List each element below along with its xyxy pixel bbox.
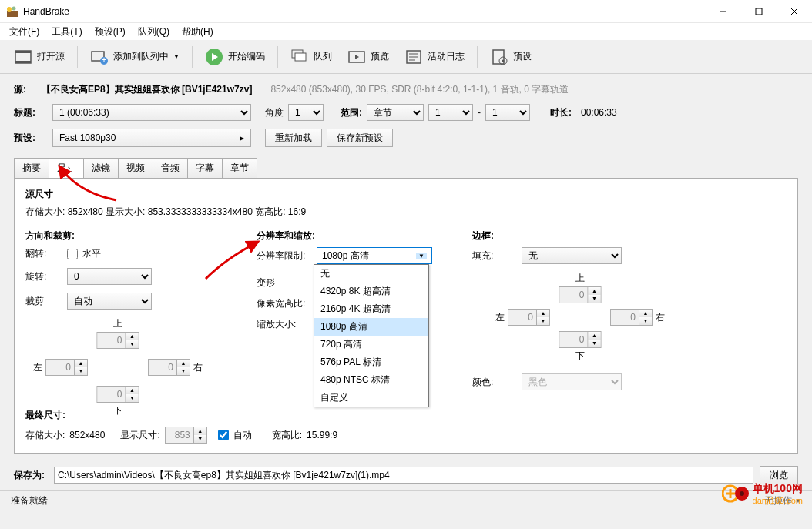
start-encode-button[interactable]: 开始编码 xyxy=(199,45,271,69)
menu-help[interactable]: 帮助(H) xyxy=(176,24,220,40)
angle-select[interactable]: 1 xyxy=(288,104,324,121)
res-limit-select[interactable]: 1080p 高清 ▼ xyxy=(317,247,432,264)
final-ar-label: 宽高比: xyxy=(272,429,302,442)
pad-right[interactable]: ▲▼ xyxy=(610,309,653,326)
source-name: 【不良女高EP8】其实姐姐喜欢你 [BV1jE421w7zv] xyxy=(42,83,252,96)
reload-preset-button[interactable]: 重新加载 xyxy=(265,129,322,147)
svg-rect-9 xyxy=(15,61,31,63)
crop-left[interactable]: ▲▼ xyxy=(45,359,88,376)
svg-marker-18 xyxy=(355,55,359,59)
crop-top[interactable]: ▲▼ xyxy=(97,332,139,349)
crop-right[interactable]: ▲▼ xyxy=(148,359,190,376)
menu-queue[interactable]: 队列(Q) xyxy=(132,24,176,40)
svg-point-32 xyxy=(740,491,744,496)
flip-h-checkbox[interactable] xyxy=(67,249,78,259)
add-queue-icon: + xyxy=(90,49,109,65)
watermark-icon xyxy=(722,480,750,507)
dimensions-panel: 源尺寸 存储大小: 852x480 显示大小: 853.333333333333… xyxy=(14,178,798,454)
flip-h-label: 水平 xyxy=(82,247,101,260)
play-icon xyxy=(205,48,223,66)
dd-1080p[interactable]: 1080p 高清 xyxy=(314,318,428,336)
add-queue-button[interactable]: + 添加到队列中 ▼ xyxy=(84,45,186,69)
range-from-select[interactable]: 1 xyxy=(428,104,473,121)
res-limit-dropdown[interactable]: 无 4320p 8K 超高清 2160p 4K 超高清 1080p 高清 720… xyxy=(314,264,429,407)
svg-rect-16 xyxy=(295,53,306,61)
dd-2160p[interactable]: 2160p 4K 超高清 xyxy=(314,300,428,318)
fill-select[interactable]: 无 xyxy=(522,247,622,264)
close-button[interactable] xyxy=(777,0,812,23)
svg-text:+: + xyxy=(101,55,106,65)
anamorphic-label: 变形 xyxy=(257,276,312,290)
save-preset-button[interactable]: 保存新预设 xyxy=(327,129,393,147)
tab-summary[interactable]: 摘要 xyxy=(14,158,49,178)
pad-bottom[interactable]: ▲▼ xyxy=(559,331,602,348)
queue-button[interactable]: 队列 xyxy=(284,45,338,69)
range-to-select[interactable]: 1 xyxy=(485,104,530,121)
crop-pad-grid: 上 ▲▼ 左 ▲▼ ▲▼ 右 ▲▼ 下 xyxy=(33,317,203,417)
presets-icon xyxy=(490,49,508,65)
activity-button[interactable]: 活动日志 xyxy=(398,45,471,69)
dd-none[interactable]: 无 xyxy=(314,265,428,283)
angle-label: 角度 xyxy=(265,106,284,119)
preset-field[interactable]: Fast 1080p30 ▸ xyxy=(52,129,251,147)
par-label: 像素宽高比: xyxy=(257,297,312,310)
final-display-label: 显示尺寸: xyxy=(120,429,159,442)
titlebar: HandBrake xyxy=(0,0,812,23)
svg-point-1 xyxy=(7,7,12,12)
statusbar: 准备就绪 无操作 ▼ xyxy=(0,490,812,511)
pad-left[interactable]: ▲▼ xyxy=(508,309,550,326)
dd-4320p[interactable]: 4320p 8K 超高清 xyxy=(314,283,428,300)
tab-subtitles[interactable]: 字幕 xyxy=(187,158,223,178)
menu-tools[interactable]: 工具(T) xyxy=(45,24,88,40)
pad-top[interactable]: ▲▼ xyxy=(559,286,602,303)
window-title: HandBrake xyxy=(23,6,706,17)
title-select[interactable]: 1 (00:06:33) xyxy=(52,104,251,121)
chevron-down-icon: ▼ xyxy=(416,253,427,259)
rotate-select[interactable]: 0 xyxy=(67,268,152,285)
res-title: 分辨率和缩放: xyxy=(257,229,441,243)
tab-chapters[interactable]: 章节 xyxy=(222,158,257,178)
menubar: 文件(F) 工具(T) 预设(P) 队列(Q) 帮助(H) xyxy=(0,23,812,40)
crop-label: 裁剪 xyxy=(25,295,62,308)
menu-presets[interactable]: 预设(P) xyxy=(89,24,132,40)
preview-button[interactable]: 预览 xyxy=(341,45,395,69)
chevron-down-icon: ▼ xyxy=(173,53,180,60)
annotation-arrow-1 xyxy=(55,162,124,203)
final-ar-value: 15.99:9 xyxy=(307,430,337,440)
color-select[interactable]: 黑色 xyxy=(522,373,622,390)
save-path-input[interactable] xyxy=(54,467,753,484)
chevron-right-icon: ▸ xyxy=(240,132,244,143)
flip-label: 翻转: xyxy=(25,247,62,260)
svg-point-2 xyxy=(12,6,16,10)
tab-audio[interactable]: 音频 xyxy=(153,158,188,178)
dash: - xyxy=(478,107,481,118)
maximize-button[interactable] xyxy=(741,0,777,23)
menu-file[interactable]: 文件(F) xyxy=(3,24,45,40)
crop-select[interactable]: 自动 xyxy=(67,293,152,310)
dd-720p[interactable]: 720p 高清 xyxy=(314,336,428,353)
auto-checkbox[interactable] xyxy=(218,430,229,440)
final-title: 最终尺寸: xyxy=(25,409,787,422)
dd-custom[interactable]: 自定义 xyxy=(314,389,428,407)
open-source-button[interactable]: 打开源 xyxy=(8,45,71,69)
svg-rect-8 xyxy=(15,51,31,53)
activity-icon xyxy=(404,49,423,65)
source-size-text: 存储大小: 852x480 显示大小: 853.3333333333334x48… xyxy=(25,206,787,219)
title-label: 标题: xyxy=(14,106,48,119)
save-label: 保存为: xyxy=(14,469,48,482)
presets-button[interactable]: 预设 xyxy=(484,45,538,69)
scale-label: 缩放大小: xyxy=(257,318,312,331)
content: 源: 【不良女高EP8】其实姐姐喜欢你 [BV1jE421w7zv] 852x4… xyxy=(0,74,812,460)
dd-480p[interactable]: 480p NTSC 标清 xyxy=(314,371,428,389)
final-display-spinner[interactable]: ▲▼ xyxy=(165,427,207,444)
border-pad-grid: 上 ▲▼ 左 ▲▼ ▲▼ 右 ▲▼ 下 xyxy=(495,272,665,363)
dd-576p[interactable]: 576p PAL 标清 xyxy=(314,353,428,371)
preview-icon xyxy=(347,49,366,65)
app-icon xyxy=(6,5,18,18)
range-type-select[interactable]: 章节 xyxy=(367,104,424,121)
res-limit-label: 分辨率限制: xyxy=(257,249,312,263)
fill-label: 填充: xyxy=(472,249,517,263)
source-label: 源: xyxy=(14,83,37,96)
minimize-button[interactable] xyxy=(706,0,741,23)
crop-bottom[interactable]: ▲▼ xyxy=(97,386,139,403)
